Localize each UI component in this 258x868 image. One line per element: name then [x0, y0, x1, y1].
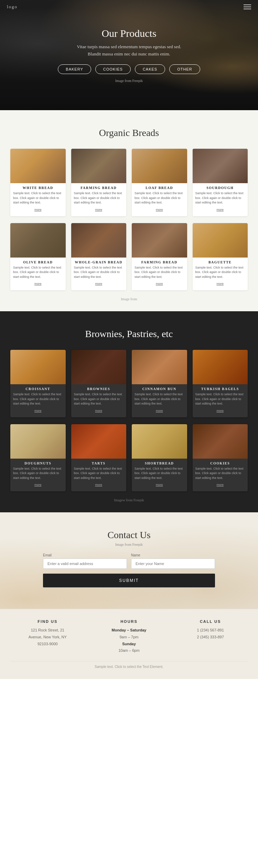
shortbread-desc: Sample text. Click to select the text bo…: [132, 467, 187, 483]
organic-breads-section: Organic Breads WHITE BREAD Sample text. …: [0, 110, 258, 311]
bread-wholegrain-name: WHOLE-GRAIN BREAD: [71, 258, 127, 265]
pastry-card-tarts: TARTS Sample text. Click to select the t…: [71, 424, 127, 492]
shortbread-image: [132, 424, 187, 459]
bread-loaf-more[interactable]: more: [132, 207, 187, 212]
bread-white-more[interactable]: more: [10, 207, 66, 212]
footer-find-us: FIND US 121 Rock Street, 21 Avenue, New …: [10, 619, 85, 654]
weekdays-label: Monday – Saturday: [112, 628, 147, 632]
address-line2: Avenue, New York, NY: [29, 635, 67, 639]
email-input[interactable]: [43, 558, 127, 569]
navigation: logo: [0, 0, 258, 14]
brownies-section: Brownies, Pastries, etc CROISSANT Sample…: [0, 311, 258, 512]
bread-card-sourdough: SOURDOUGH Sample text. Click to select t…: [193, 149, 248, 216]
bread-baguette-image: [193, 223, 248, 258]
brownies-image-credit: Imagew from Freepik: [10, 498, 248, 502]
croissant-image: [10, 350, 66, 384]
logo: logo: [7, 4, 18, 10]
bread-farmingb-more[interactable]: more: [132, 281, 187, 286]
shortbread-more[interactable]: more: [132, 482, 187, 487]
find-us-title: FIND US: [10, 619, 85, 624]
call-us-phones: 1 (234) 567-891 2 (345) 333-897: [173, 627, 248, 641]
bread-loaf-desc: Sample text. Click to select the text bo…: [132, 191, 187, 207]
croissant-more[interactable]: more: [10, 408, 66, 413]
hero-content: Our Products Vitae turpis massa sed elem…: [58, 28, 200, 74]
brownies-grid-row2: DOUGHNUTS Sample text. Click to select t…: [10, 424, 248, 492]
weekdays-hours: 9am – 7pm: [119, 635, 138, 639]
bread-white-desc: Sample text. Click to select the text bo…: [10, 191, 66, 207]
name-input[interactable]: [131, 558, 215, 569]
footer: FIND US 121 Rock Street, 21 Avenue, New …: [0, 609, 258, 679]
brownies-more[interactable]: more: [71, 408, 127, 413]
croissant-desc: Sample text. Click to select the text bo…: [10, 392, 66, 408]
cookies-name: COOKIES: [193, 459, 248, 467]
bread-farmingb-image: [132, 223, 187, 258]
name-form-group: Name: [131, 553, 215, 569]
cookies-more[interactable]: more: [193, 482, 248, 487]
bread-baguette-desc: Sample text. Click to select the text bo…: [193, 265, 248, 282]
address-line1: 121 Rock Street, 21: [31, 628, 64, 632]
hamburger-menu[interactable]: [244, 4, 251, 9]
footer-grid: FIND US 121 Rock Street, 21 Avenue, New …: [10, 619, 248, 654]
pastry-card-doughnuts: DOUGHNUTS Sample text. Click to select t…: [10, 424, 66, 492]
bagels-desc: Sample text. Click to select the text bo…: [193, 392, 248, 408]
footer-hours: HOURS Monday – Saturday 9am – 7pm Sunday…: [92, 619, 166, 654]
cinnamon-more[interactable]: more: [132, 408, 187, 413]
doughnuts-name: DOUGHNUTS: [10, 459, 66, 467]
bread-wholegrain-desc: Sample text. Click to select the text bo…: [71, 265, 127, 282]
hero-title: Our Products: [58, 28, 200, 39]
doughnuts-more[interactable]: more: [10, 482, 66, 487]
tarts-more[interactable]: more: [71, 482, 127, 487]
hero-image-credit: Image from Freepik: [115, 79, 143, 83]
brownies-desc: Sample text. Click to select the text bo…: [71, 392, 127, 408]
bread-farming-name: FARMING BREAD: [71, 183, 127, 191]
bread-wholegrain-image: [71, 223, 127, 258]
hours-content: Monday – Saturday 9am – 7pm Sunday 10am …: [92, 627, 166, 654]
sunday-hours: 10am – 6pm: [118, 648, 139, 652]
phone1: 1 (234) 567-891: [197, 628, 224, 632]
bread-baguette-more[interactable]: more: [193, 281, 248, 286]
find-us-address: 121 Rock Street, 21 Avenue, New York, NY…: [10, 627, 85, 647]
hero-buttons: BAKERY COOKIES CAKES OTHER: [58, 64, 200, 74]
bread-card-loaf: LOAF BREAD Sample text. Click to select …: [132, 149, 187, 216]
cinnamon-name: CINNAMON BUN: [132, 384, 187, 392]
pastry-card-bagels: TURKISH BAGELS Sample text. Click to sel…: [193, 350, 248, 417]
other-button[interactable]: OTHER: [169, 64, 200, 74]
bread-loaf-name: LOAF BREAD: [132, 183, 187, 191]
brownies-image: [71, 350, 127, 384]
bagels-more[interactable]: more: [193, 408, 248, 413]
bread-olive-more[interactable]: more: [10, 281, 66, 286]
cakes-button[interactable]: CAKES: [135, 64, 165, 74]
hamburger-line3: [244, 9, 251, 9]
bread-loaf-image: [132, 149, 187, 183]
bread-card-olive: OLIVE BREAD Sample text. Click to select…: [10, 223, 66, 291]
hero-section: Our Products Vitae turpis massa sed elem…: [0, 0, 258, 110]
sunday-label: Sunday: [122, 642, 136, 646]
bakery-button[interactable]: BAKERY: [58, 64, 91, 74]
organic-breads-title: Organic Breads: [10, 127, 248, 138]
bread-sourdough-more[interactable]: more: [193, 207, 248, 212]
contact-section: Contact Us Image from Freepik Email Name…: [0, 512, 258, 609]
pastry-card-brownies: BROWNIES Sample text. Click to select th…: [71, 350, 127, 417]
bread-farming-more[interactable]: more: [71, 207, 127, 212]
bread-olive-image: [10, 223, 66, 258]
cinnamon-image: [132, 350, 187, 384]
pastry-card-cookies: COOKIES Sample text. Click to select the…: [193, 424, 248, 492]
bread-card-white: WHITE BREAD Sample text. Click to select…: [10, 149, 66, 216]
hamburger-line1: [244, 4, 251, 5]
pastry-card-cinnamon: CINNAMON BUN Sample text. Click to selec…: [132, 350, 187, 417]
phone2: 2 (345) 333-897: [197, 635, 224, 639]
brownies-title: Brownies, Pastries, etc: [10, 328, 248, 339]
submit-button[interactable]: SUBMIT: [43, 574, 215, 587]
tarts-name: TARTS: [71, 459, 127, 467]
bread-wholegrain-more[interactable]: more: [71, 281, 127, 286]
bread-farmingb-name: FARMING BREAD: [132, 258, 187, 265]
email-form-group: Email: [43, 553, 127, 569]
bread-white-image: [10, 149, 66, 183]
bread-olive-desc: Sample text. Click to select the text bo…: [10, 265, 66, 282]
bagels-image: [193, 350, 248, 384]
cookies-button[interactable]: COOKIES: [95, 64, 131, 74]
bread-sourdough-name: SOURDOUGH: [193, 183, 248, 191]
brownies-name: BROWNIES: [71, 384, 127, 392]
bread-card-baguette: BAGUETTE Sample text. Click to select th…: [193, 223, 248, 291]
pastry-card-croissant: CROISSANT Sample text. Click to select t…: [10, 350, 66, 417]
